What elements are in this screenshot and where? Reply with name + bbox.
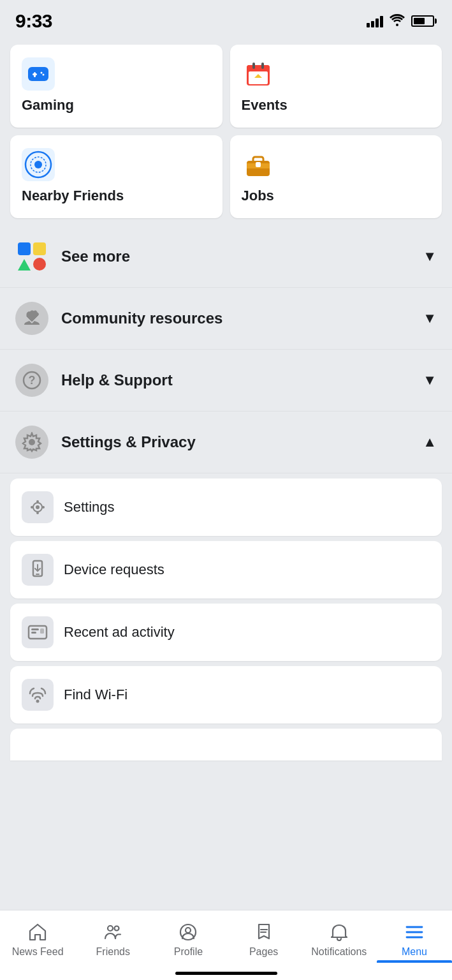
svg-point-23 (33, 258, 46, 271)
main-content: Gaming Nearby Friends (0, 38, 452, 843)
news-feed-icon (26, 921, 49, 944)
home-indicator (175, 972, 277, 975)
community-resources-menu-item[interactable]: Community resources ▼ (0, 288, 452, 350)
svg-point-4 (41, 72, 43, 74)
nav-profile[interactable]: Profile (150, 916, 226, 963)
news-feed-label: News Feed (12, 946, 64, 958)
status-time: 9:33 (15, 10, 52, 32)
svg-point-28 (36, 505, 40, 509)
battery-icon (411, 15, 437, 27)
see-more-icon (15, 240, 48, 273)
see-more-label: See more (61, 248, 130, 265)
device-requests-sub-item[interactable]: Device requests (10, 541, 442, 598)
find-wifi-sub-item[interactable]: Find Wi-Fi (10, 666, 442, 724)
partial-card (10, 729, 442, 761)
friends-icon (101, 921, 124, 944)
events-label: Events (242, 97, 431, 114)
svg-point-41 (108, 926, 113, 931)
help-support-chevron: ▼ (423, 372, 437, 389)
find-wifi-icon (22, 679, 54, 711)
settings-sub-items: Settings Device requests (0, 473, 452, 729)
cards-left: Gaming Nearby Friends (10, 45, 222, 218)
settings-privacy-menu-item[interactable]: Settings & Privacy ▲ (0, 412, 452, 473)
community-resources-icon (15, 302, 48, 335)
svg-point-31 (31, 506, 33, 509)
svg-point-32 (42, 506, 45, 509)
recent-ad-activity-sub-item[interactable]: Recent ad activity (10, 604, 442, 661)
settings-privacy-section: Settings & Privacy ▲ Settings (0, 412, 452, 729)
jobs-icon (242, 148, 275, 181)
nav-notifications[interactable]: Notifications (302, 916, 377, 963)
signal-icon (367, 15, 383, 27)
find-wifi-label: Find Wi-Fi (64, 687, 128, 703)
nearby-friends-label: Nearby Friends (22, 188, 211, 204)
status-icons (367, 13, 437, 29)
settings-privacy-label: Settings & Privacy (61, 433, 196, 451)
nearby-friends-icon (22, 148, 55, 181)
svg-rect-14 (252, 63, 255, 69)
bottom-nav: News Feed Friends Profile (0, 910, 452, 980)
nearby-friends-card[interactable]: Nearby Friends (10, 135, 222, 218)
menu-label: Menu (402, 946, 427, 958)
wifi-status-icon (390, 13, 405, 29)
menu-icon (403, 921, 426, 944)
nav-pages[interactable]: Pages (226, 916, 302, 963)
events-icon (242, 57, 275, 91)
gaming-icon (22, 57, 55, 91)
help-support-menu-item[interactable]: ? Help & Support ▼ (0, 350, 452, 412)
help-support-label: Help & Support (61, 371, 173, 389)
see-more-menu-item[interactable]: See more ▼ (0, 226, 452, 288)
svg-rect-15 (261, 63, 264, 69)
svg-point-7 (34, 161, 42, 168)
recent-ad-activity-label: Recent ad activity (64, 624, 175, 641)
notifications-label: Notifications (311, 946, 367, 958)
svg-rect-38 (31, 632, 36, 634)
notifications-icon (328, 921, 351, 944)
svg-point-0 (396, 24, 398, 26)
svg-marker-22 (18, 259, 31, 271)
friends-label: Friends (96, 946, 130, 958)
svg-rect-39 (40, 628, 44, 634)
svg-point-40 (36, 700, 40, 703)
profile-icon (177, 921, 200, 944)
device-requests-icon (22, 554, 54, 586)
svg-rect-20 (18, 242, 31, 255)
settings-sub-item[interactable]: Settings (10, 479, 442, 536)
svg-point-26 (29, 439, 35, 445)
svg-text:?: ? (29, 374, 36, 387)
svg-point-44 (186, 928, 191, 933)
svg-point-42 (115, 926, 119, 930)
community-resources-chevron: ▼ (423, 310, 437, 327)
svg-rect-19 (256, 162, 261, 167)
pages-icon (252, 921, 275, 944)
nav-friends[interactable]: Friends (75, 916, 150, 963)
settings-sub-icon (22, 491, 54, 523)
svg-point-29 (36, 500, 39, 503)
pages-label: Pages (249, 946, 278, 958)
settings-privacy-chevron: ▲ (423, 434, 437, 450)
settings-sub-label: Settings (64, 499, 115, 516)
see-more-chevron: ▼ (423, 248, 437, 265)
menu-active-indicator (377, 960, 452, 963)
svg-point-5 (43, 74, 45, 76)
gaming-card[interactable]: Gaming (10, 45, 222, 128)
jobs-card[interactable]: Jobs (230, 135, 442, 218)
svg-point-30 (36, 512, 39, 514)
svg-rect-34 (36, 574, 40, 575)
svg-rect-37 (31, 628, 39, 630)
profile-label: Profile (174, 946, 203, 958)
community-resources-label: Community resources (61, 309, 222, 327)
device-requests-label: Device requests (64, 561, 164, 578)
nav-news-feed[interactable]: News Feed (0, 916, 75, 963)
cards-right: Events Jobs (230, 45, 442, 218)
recent-ad-activity-icon (22, 616, 54, 648)
status-bar: 9:33 (0, 0, 452, 38)
settings-privacy-icon (15, 426, 48, 459)
jobs-label: Jobs (242, 188, 431, 204)
gaming-label: Gaming (22, 97, 211, 114)
cards-section: Gaming Nearby Friends (0, 38, 452, 226)
svg-rect-1 (28, 67, 48, 81)
svg-rect-3 (33, 73, 37, 75)
nav-menu[interactable]: Menu (377, 916, 452, 963)
events-card[interactable]: Events (230, 45, 442, 128)
